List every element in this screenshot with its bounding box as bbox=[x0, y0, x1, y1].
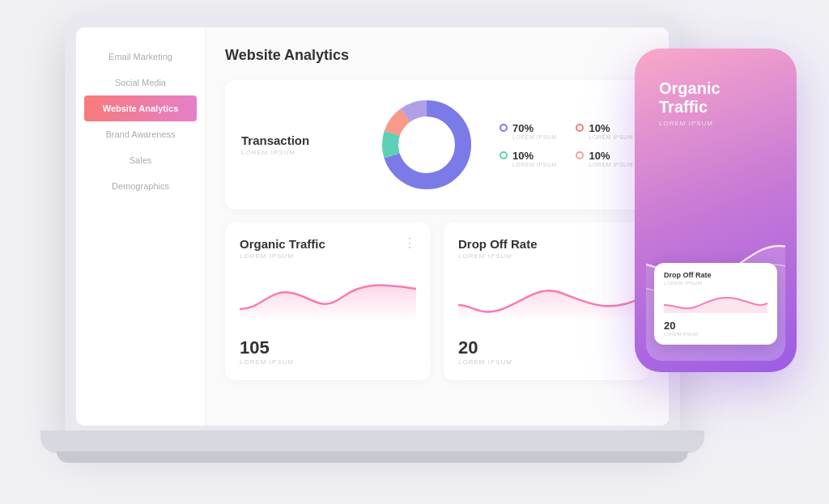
legend-pct-0: 70% bbox=[512, 122, 557, 134]
legend-text-3: 10% LOREM IPSUM bbox=[589, 150, 633, 167]
legend-item-0: 70% LOREM IPSUM bbox=[500, 122, 557, 140]
organic-traffic-card: Organic Traffic LOREM IPSUM ⋮ bbox=[225, 222, 431, 380]
phone-mini-card: Drop Off Rate LOREM IPSUM 20 LOREM IPSUM bbox=[654, 263, 777, 345]
legend-label-2: LOREM IPSUM bbox=[512, 162, 557, 167]
drop-off-rate-header: Drop Off Rate LOREM IPSUM bbox=[458, 237, 635, 260]
legend-dot-3 bbox=[576, 151, 584, 159]
laptop-screen: Email Marketing Social Media Website Ana… bbox=[76, 28, 669, 426]
scene: Email Marketing Social Media Website Ana… bbox=[0, 0, 829, 504]
organic-traffic-wave bbox=[240, 273, 416, 321]
sidebar-item-brand-awareness[interactable]: Brand Awareness bbox=[76, 121, 205, 147]
legend-dot-1 bbox=[576, 124, 584, 132]
legend-pct-3: 10% bbox=[589, 150, 633, 162]
mini-card-title: Drop Off Rate bbox=[664, 271, 767, 279]
laptop-foot bbox=[57, 451, 688, 463]
transaction-subtitle: LOREM IPSUM bbox=[241, 149, 354, 156]
mini-wave-svg bbox=[664, 289, 767, 313]
transaction-card: Transaction LOREM IPSUM bbox=[225, 80, 649, 210]
phone-subtitle: LOREM IPSUM bbox=[659, 120, 772, 127]
legend-text-0: 70% LOREM IPSUM bbox=[512, 122, 557, 140]
transaction-legend: 70% LOREM IPSUM 10% LOREM IPSUM bbox=[500, 122, 633, 167]
legend-pct-2: 10% bbox=[512, 150, 557, 162]
legend-dot-2 bbox=[500, 151, 508, 159]
phone-header: Organic Traffic LOREM IPSUM bbox=[646, 60, 785, 140]
donut-svg bbox=[378, 96, 475, 193]
legend-item-3: 10% LOREM IPSUM bbox=[576, 150, 633, 167]
phone-wave-area: Drop Off Rate LOREM IPSUM 20 LOREM IPSUM bbox=[646, 140, 785, 361]
organic-traffic-subtitle: LOREM IPSUM bbox=[240, 252, 325, 260]
legend-dot-0 bbox=[500, 124, 508, 132]
legend-item-1: 10% LOREM IPSUM bbox=[576, 122, 633, 140]
transaction-info: Transaction LOREM IPSUM bbox=[241, 133, 354, 156]
organic-traffic-value: 105 bbox=[240, 337, 416, 358]
legend-item-2: 10% LOREM IPSUM bbox=[500, 150, 557, 167]
laptop-base bbox=[40, 430, 704, 453]
legend-label-1: LOREM IPSUM bbox=[589, 134, 633, 140]
organic-traffic-info: Organic Traffic LOREM IPSUM bbox=[240, 237, 325, 260]
legend-text-1: 10% LOREM IPSUM bbox=[589, 122, 633, 140]
donut-chart bbox=[378, 96, 475, 193]
legend-label-3: LOREM IPSUM bbox=[589, 162, 633, 167]
laptop-body: Email Marketing Social Media Website Ana… bbox=[65, 16, 680, 437]
phone: Organic Traffic LOREM IPSUM bbox=[635, 49, 797, 372]
legend-label-0: LOREM IPSUM bbox=[512, 134, 557, 140]
svg-point-5 bbox=[402, 121, 451, 169]
sidebar-item-social-media[interactable]: Social Media bbox=[76, 70, 205, 95]
main-content: Website Analytics Transaction LOREM IPSU… bbox=[206, 28, 669, 426]
drop-off-rate-title: Drop Off Rate bbox=[458, 237, 538, 251]
legend-text-2: 10% LOREM IPSUM bbox=[512, 150, 557, 167]
phone-title: Organic Traffic bbox=[659, 79, 772, 116]
sidebar-item-sales[interactable]: Sales bbox=[76, 147, 205, 173]
organic-traffic-header: Organic Traffic LOREM IPSUM ⋮ bbox=[240, 237, 416, 260]
drop-off-rate-subtitle: LOREM IPSUM bbox=[458, 252, 538, 260]
phone-screen: Organic Traffic LOREM IPSUM bbox=[646, 60, 785, 361]
sidebar-item-email-marketing[interactable]: Email Marketing bbox=[76, 44, 205, 70]
drop-off-rate-info: Drop Off Rate LOREM IPSUM bbox=[458, 237, 538, 260]
bottom-cards: Organic Traffic LOREM IPSUM ⋮ bbox=[225, 222, 649, 380]
mini-card-value: 20 bbox=[664, 320, 767, 332]
sidebar-item-demographics[interactable]: Demographics bbox=[76, 173, 205, 199]
more-options-icon[interactable]: ⋮ bbox=[403, 237, 416, 250]
organic-traffic-value-label: LOREM IPSUM bbox=[240, 358, 416, 366]
drop-off-rate-value: 20 bbox=[458, 337, 635, 358]
drop-off-rate-card: Drop Off Rate LOREM IPSUM bbox=[444, 222, 649, 380]
drop-off-rate-value-label: LOREM IPSUM bbox=[458, 358, 635, 366]
laptop: Email Marketing Social Media Website Ana… bbox=[65, 16, 680, 485]
page-title: Website Analytics bbox=[225, 47, 649, 64]
drop-off-rate-wave bbox=[458, 273, 635, 321]
mini-card-value-label: LOREM IPSUM bbox=[664, 332, 767, 337]
organic-traffic-title: Organic Traffic bbox=[240, 237, 325, 251]
mini-card-subtitle: LOREM IPSUM bbox=[664, 281, 767, 286]
sidebar-item-website-analytics[interactable]: Website Analytics bbox=[84, 95, 197, 121]
transaction-title: Transaction bbox=[241, 133, 354, 147]
sidebar: Email Marketing Social Media Website Ana… bbox=[76, 28, 206, 426]
legend-pct-1: 10% bbox=[589, 122, 633, 134]
